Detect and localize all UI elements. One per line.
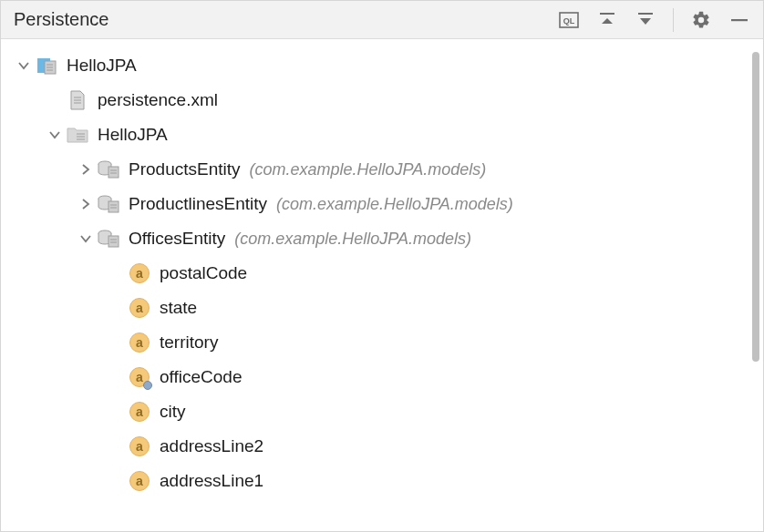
svg-text:QL: QL: [563, 16, 575, 26]
svg-rect-6: [731, 19, 748, 21]
chevron-right-icon[interactable]: [76, 159, 96, 179]
svg-rect-2: [600, 13, 614, 15]
gear-icon[interactable]: [690, 9, 712, 31]
attribute-icon: a: [129, 435, 150, 457]
scrollbar[interactable]: [749, 39, 763, 531]
scrollbar-thumb[interactable]: [752, 52, 759, 362]
attribute-node[interactable]: a state: [1, 291, 763, 325]
xml-file-label: persistence.xml: [98, 90, 218, 110]
attribute-icon: a: [129, 262, 150, 284]
entity-icon: [98, 193, 119, 215]
attribute-label: postalCode: [160, 263, 247, 283]
persistence-unit-node[interactable]: HelloJPA: [1, 118, 763, 152]
collapse-all-icon[interactable]: [635, 9, 656, 31]
persistence-unit-label: HelloJPA: [98, 125, 168, 145]
panel-title: Persistence: [14, 9, 558, 30]
entity-icon: [98, 159, 119, 180]
entity-node[interactable]: ProductlinesEntity (com.example.HelloJPA…: [1, 187, 763, 221]
attribute-label: city: [160, 402, 186, 422]
attribute-label: addressLine2: [160, 436, 263, 456]
attribute-node[interactable]: a postalCode: [1, 256, 763, 291]
entity-label: ProductsEntity: [129, 159, 241, 179]
folder-icon: [67, 124, 88, 146]
attribute-label: addressLine1: [160, 471, 263, 491]
panel-toolbar: QL: [558, 8, 750, 32]
file-icon: [67, 89, 88, 111]
svg-rect-23: [108, 201, 119, 212]
attribute-node[interactable]: a territory: [1, 325, 763, 360]
entity-package: (com.example.HelloJPA.models): [276, 195, 513, 214]
svg-rect-19: [108, 167, 119, 178]
entity-icon: [98, 228, 119, 250]
attribute-label: officeCode: [160, 367, 243, 387]
attribute-icon: a: [129, 297, 150, 319]
expand-all-icon[interactable]: [596, 9, 618, 31]
entity-label: OfficesEntity: [129, 229, 225, 249]
entity-node[interactable]: OfficesEntity (com.example.HelloJPA.mode…: [1, 221, 763, 256]
attribute-icon: a: [129, 332, 150, 353]
entity-label: ProductlinesEntity: [129, 194, 267, 214]
persistence-tree: HelloJPA • persistence.xml: [1, 39, 763, 504]
chevron-down-icon[interactable]: [14, 56, 34, 76]
attribute-key-icon: a: [129, 366, 150, 388]
ql-console-icon[interactable]: QL: [558, 9, 580, 31]
chevron-down-icon[interactable]: [45, 125, 65, 145]
project-label: HelloJPA: [67, 56, 137, 76]
svg-marker-3: [602, 18, 613, 24]
attribute-icon: a: [129, 401, 150, 423]
panel-content: HelloJPA • persistence.xml: [1, 39, 763, 531]
attribute-label: territory: [160, 332, 218, 353]
xml-file-node[interactable]: • persistence.xml: [1, 83, 763, 118]
svg-marker-5: [640, 18, 651, 25]
attribute-node[interactable]: a officeCode: [1, 360, 763, 394]
minimize-icon[interactable]: [728, 9, 750, 31]
attribute-label: state: [160, 298, 197, 318]
entity-package: (com.example.HelloJPA.models): [250, 160, 487, 179]
entity-node[interactable]: ProductsEntity (com.example.HelloJPA.mod…: [1, 152, 763, 187]
entity-package: (com.example.HelloJPA.models): [234, 230, 471, 249]
svg-rect-4: [638, 13, 653, 15]
attribute-node[interactable]: a city: [1, 394, 763, 429]
chevron-down-icon[interactable]: [76, 229, 96, 249]
toolbar-divider: [673, 8, 674, 32]
panel-titlebar: Persistence QL: [1, 1, 763, 39]
svg-rect-27: [108, 236, 119, 247]
module-icon: [36, 55, 57, 77]
attribute-node[interactable]: a addressLine2: [1, 429, 763, 464]
chevron-right-icon[interactable]: [76, 194, 96, 214]
attribute-node[interactable]: a addressLine1: [1, 464, 763, 498]
attribute-icon: a: [129, 470, 150, 492]
project-node[interactable]: HelloJPA: [1, 48, 763, 83]
